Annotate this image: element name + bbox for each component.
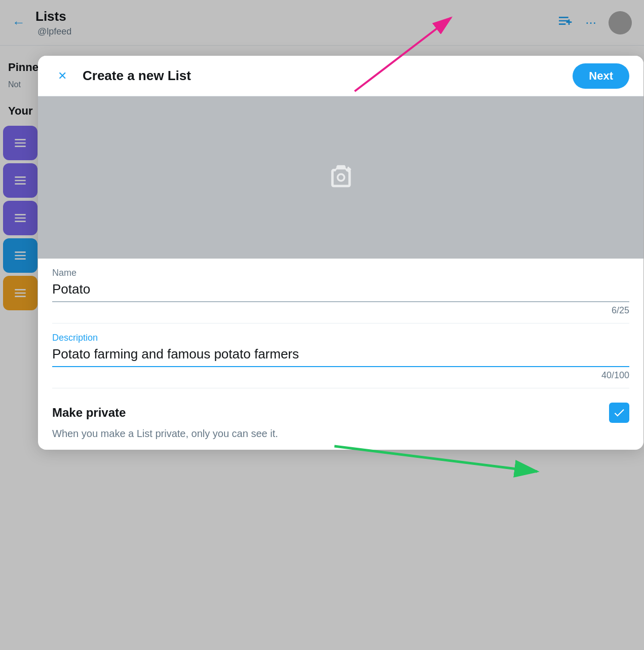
modal-header: ✕ Create a new List Next — [38, 56, 643, 96]
name-label: Name — [52, 268, 629, 278]
make-private-section: Make private When you make a List privat… — [38, 388, 643, 450]
make-private-label: Make private — [52, 406, 126, 420]
checkmark-icon — [613, 406, 626, 419]
modal-close-button[interactable]: ✕ — [52, 66, 72, 86]
make-private-description: When you make a List private, only you c… — [52, 428, 629, 440]
form-section: Name 6/25 Description 40/100 — [38, 259, 643, 388]
modal-title: Create a new List — [83, 68, 573, 84]
name-char-count: 6/25 — [52, 302, 629, 319]
description-input[interactable] — [52, 346, 629, 365]
private-row: Make private — [52, 403, 629, 423]
description-field-group: Description 40/100 — [52, 323, 629, 388]
description-label: Description — [52, 333, 629, 343]
name-field-group: Name 6/25 — [52, 259, 629, 323]
close-icon: ✕ — [58, 69, 67, 83]
make-private-checkbox[interactable] — [609, 403, 629, 423]
name-input[interactable] — [52, 281, 629, 300]
create-list-modal: ✕ Create a new List Next Name 6/25 Descr… — [38, 56, 643, 450]
camera-icon — [326, 163, 356, 192]
image-upload-area[interactable] — [38, 96, 643, 259]
description-char-count: 40/100 — [52, 367, 629, 384]
next-button[interactable]: Next — [573, 63, 629, 89]
